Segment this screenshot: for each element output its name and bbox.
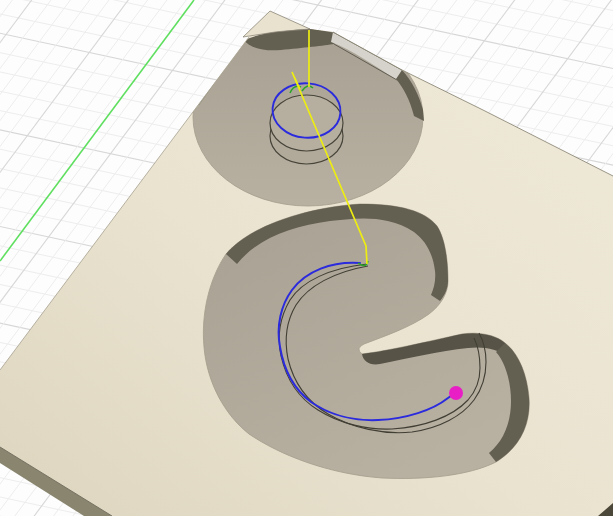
toolpath-start-marker[interactable]	[449, 386, 463, 400]
viewport-3d-canvas[interactable]	[0, 0, 613, 516]
scene-svg[interactable]	[0, 0, 613, 516]
boss-top-face[interactable]	[270, 95, 343, 151]
